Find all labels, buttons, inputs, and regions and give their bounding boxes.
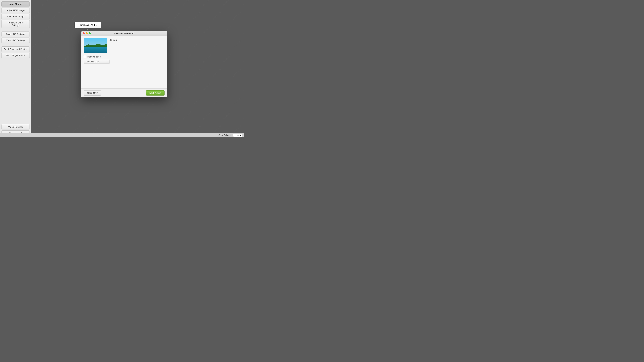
color-scheme-label: Color Scheme: — [218, 134, 232, 136]
minimize-button[interactable] — [86, 32, 88, 34]
photo-thumbnail — [84, 38, 107, 53]
maximize-button[interactable] — [89, 32, 91, 34]
modal-window: Selected Photo - 80 80.jpeg Reduce noise — [81, 31, 167, 97]
photo-section: 80.jpeg — [84, 38, 164, 53]
traffic-lights — [83, 32, 91, 34]
open-only-button[interactable]: Open Only — [84, 90, 101, 95]
reduce-noise-checkbox[interactable] — [84, 56, 86, 58]
reduce-noise-row: Reduce noise — [84, 55, 164, 58]
color-scheme-select[interactable]: Light — [233, 134, 242, 137]
close-button[interactable] — [83, 32, 85, 34]
modal-footer: Open Only Next: Adjust — [81, 88, 167, 97]
photo-filename: 80.jpeg — [110, 38, 117, 41]
browse-load-button[interactable]: Browse & Load... — [75, 22, 101, 28]
sidebar-btn-save-hdr-settings[interactable]: Save HDR Settings — [1, 31, 30, 37]
sidebar: Load Photos Adjust HDR Image Save Final … — [0, 0, 31, 137]
sidebar-btn-view-hdr-settings[interactable]: View HDR Settings — [1, 37, 30, 43]
next-adjust-button[interactable]: Next: Adjust — [146, 90, 164, 95]
more-options-button[interactable]: › More Options — [84, 60, 110, 64]
reduce-noise-label: Reduce noise — [88, 55, 101, 58]
or-label: or — [86, 28, 88, 31]
sidebar-btn-redo-settings[interactable]: Redo with Other Settings — [1, 20, 30, 28]
modal-titlebar: Selected Photo - 80 — [81, 31, 167, 36]
modal-content: 80.jpeg Reduce noise › More Options — [81, 36, 167, 88]
sidebar-btn-adjust-hdr[interactable]: Adjust HDR Image — [1, 7, 30, 13]
options-section: Reduce noise › More Options — [84, 55, 164, 64]
sidebar-btn-batch-single[interactable]: Batch Single Photos — [1, 53, 30, 58]
sidebar-btn-video-tutorials[interactable]: Video Tutorials — [1, 124, 30, 130]
sidebar-btn-save-final[interactable]: Save Final Image — [1, 14, 30, 19]
sidebar-btn-batch-bracketed[interactable]: Batch Bracketed Photos — [1, 46, 30, 52]
sidebar-btn-load-photos[interactable]: Load Photos — [1, 1, 30, 7]
status-bar: Color Scheme: Light — [0, 133, 244, 137]
modal-title: Selected Photo - 80 — [114, 32, 134, 35]
